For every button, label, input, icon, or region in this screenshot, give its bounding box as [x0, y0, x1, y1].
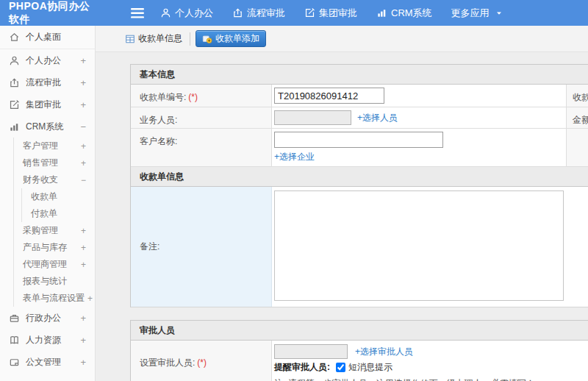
remark-label: 备注:	[131, 187, 272, 307]
sidebar-item-admin-office[interactable]: 行政办公 +	[0, 307, 95, 329]
sales-person-label: 业务人员:	[131, 107, 272, 128]
field-label: 收款单编号:	[140, 92, 186, 102]
sidebar-item-crm[interactable]: CRM系统 −	[0, 115, 95, 138]
expand-indicator: +	[77, 77, 86, 88]
field-label: 设置审批人员:	[140, 357, 195, 368]
receipt-no-cell	[272, 85, 566, 107]
receipt-no-input[interactable]	[274, 88, 384, 104]
subitem-label: 表单与流程设置	[23, 292, 85, 305]
sidebar-subitem-form-flow-settings[interactable]: 表单与流程设置 +	[14, 290, 95, 307]
sidebar-item-label: 个人办公	[26, 54, 61, 67]
empty-right-cell	[566, 129, 588, 166]
sidebar-subitem-purchase-management[interactable]: 采购管理 +	[14, 222, 95, 239]
row-customer-name: 客户名称: +选择企业	[131, 129, 588, 167]
tab-receipt-info[interactable]: 收款单信息	[119, 30, 188, 47]
row-set-approver: 设置审批人员:(*) +选择审批人员 提醒审批人员: 短消息提示 注: 流程第一…	[131, 341, 588, 381]
nav-label: CRM系统	[391, 7, 432, 20]
subitem-label: 报表与统计	[23, 275, 67, 288]
sms-remind-checkbox[interactable]	[336, 363, 345, 372]
sidebar-subitem-customer-management[interactable]: 客户管理 +	[14, 138, 95, 154]
table-gap	[130, 307, 588, 320]
nav-group-approval[interactable]: 集团审批	[304, 7, 357, 20]
sidebar-item-document-management[interactable]: 公文管理 +	[0, 351, 95, 373]
table-icon	[125, 34, 135, 44]
sidebar-subitem-reports-statistics[interactable]: 报表与统计	[14, 273, 95, 290]
collapse-indicator: −	[78, 175, 86, 185]
sidebar-subitem-agent-management[interactable]: 代理商管理 +	[14, 256, 95, 273]
remark-textarea[interactable]	[274, 190, 564, 301]
sidebar-item-hr[interactable]: 人力资源 +	[0, 329, 95, 351]
section-header-basic: 基本信息	[131, 65, 588, 85]
user-icon	[9, 55, 20, 66]
sidebar-item-process-approval[interactable]: 流程审批 +	[0, 71, 95, 93]
sidebar-item-label: 流程审批	[26, 76, 61, 89]
sms-remind-label: 短消息提示	[348, 361, 392, 374]
expand-indicator: +	[77, 357, 86, 368]
select-company-link[interactable]: +选择企业	[274, 152, 315, 162]
briefcase-icon	[9, 313, 20, 324]
sidebar-item-label: 人力资源	[26, 334, 61, 346]
sidebar-subitem-sales-management[interactable]: 销售管理 +	[14, 154, 95, 171]
sidebar-item-personal-office[interactable]: 个人办公 +	[0, 49, 95, 71]
home-icon	[9, 32, 20, 43]
sidebar-item-desktop[interactable]: 个人桌面	[0, 26, 95, 49]
sidebar: 个人桌面 个人办公 + 流程审批 + 集团审批 + CRM系统 − 客户管理 +	[0, 26, 96, 381]
receipt-form: 基本信息 收款单编号:(*) 收款单 业务人员: +选择人员 金额:	[96, 52, 588, 381]
nav-process-approval[interactable]: 流程审批	[232, 7, 285, 20]
row-sales-person: 业务人员: +选择人员 金额:	[131, 107, 588, 129]
sidebar-item-label: 集团审批	[26, 99, 61, 111]
tab-receipt-add[interactable]: 收款单添加	[196, 30, 266, 47]
nav-personal-office[interactable]: 个人办公	[160, 7, 213, 20]
edit-icon	[9, 99, 20, 110]
remark-cell	[272, 187, 588, 307]
collapse-indicator: −	[77, 121, 86, 132]
approval-note: 注: 流程第一步审批人员，这里选择你的下一级办理人，必需填写！	[274, 377, 588, 381]
add-receipt-icon	[202, 34, 212, 44]
expand-indicator: +	[77, 99, 86, 110]
subitem-label: 销售管理	[23, 157, 58, 169]
process-icon	[232, 7, 243, 18]
sidebar-item-group-approval[interactable]: 集团审批 +	[0, 93, 95, 115]
subitem-label: 收款单	[31, 190, 57, 203]
amount-label: 金额:	[566, 107, 588, 128]
section-header-approval: 审批人员	[131, 321, 588, 341]
chart-icon	[376, 7, 387, 18]
expand-indicator: +	[78, 260, 86, 270]
sales-person-input	[274, 110, 351, 125]
row-remark: 备注:	[131, 187, 588, 307]
expand-indicator: +	[85, 293, 93, 304]
app-logo: PHPOA协同办公软件	[0, 0, 96, 26]
crm-submenu: 客户管理 + 销售管理 + 财务收支 − 收款单 付款单 采购管理 + 产品与库…	[13, 138, 95, 307]
tab-label: 收款单添加	[215, 32, 259, 45]
sidebar-subitem-payment[interactable]: 付款单	[22, 205, 95, 222]
subitem-label: 客户管理	[23, 140, 58, 152]
sidebar-item-label: 公文管理	[26, 356, 61, 368]
sidebar-subitem-finance[interactable]: 财务收支 −	[14, 171, 95, 188]
expand-indicator: +	[77, 55, 86, 66]
remind-approver-line: 提醒审批人员: 短消息提示	[274, 361, 588, 374]
expand-indicator: +	[78, 141, 86, 152]
approver-input[interactable]	[274, 344, 348, 359]
expand-indicator: +	[77, 335, 86, 346]
chart-icon	[9, 121, 20, 132]
nav-more-apps[interactable]: 更多应用	[451, 7, 503, 20]
menu-toggle-button[interactable]	[131, 8, 144, 18]
nav-label: 更多应用	[451, 7, 490, 20]
subitem-label: 财务收支	[23, 174, 58, 186]
top-nav: 个人办公 流程审批 集团审批 CRM系统 更多应用	[160, 7, 523, 20]
nav-crm-system[interactable]: CRM系统	[376, 7, 432, 20]
tab-label: 收款单信息	[138, 32, 182, 45]
expand-indicator: +	[78, 158, 86, 168]
sidebar-subitem-product-inventory[interactable]: 产品与库存 +	[14, 239, 95, 256]
approver-cell: +选择审批人员 提醒审批人员: 短消息提示 注: 流程第一步审批人员，这里选择你…	[272, 341, 588, 381]
select-approver-link[interactable]: +选择审批人员	[355, 346, 413, 358]
select-person-link[interactable]: +选择人员	[357, 112, 398, 124]
subitem-label: 付款单	[31, 207, 57, 220]
main-content: 收款单信息 收款单添加 基本信息 收款单编号:(*) 收款单	[96, 26, 588, 381]
approval-table: 审批人员 设置审批人员:(*) +选择审批人员 提醒审批人员: 短消息提示 注	[130, 320, 588, 381]
customer-name-cell: +选择企业	[272, 129, 566, 166]
sidebar-subitem-receipt[interactable]: 收款单	[22, 188, 95, 205]
required-mark: (*)	[188, 92, 198, 102]
expand-indicator: +	[77, 313, 86, 324]
customer-name-input[interactable]	[274, 132, 443, 148]
